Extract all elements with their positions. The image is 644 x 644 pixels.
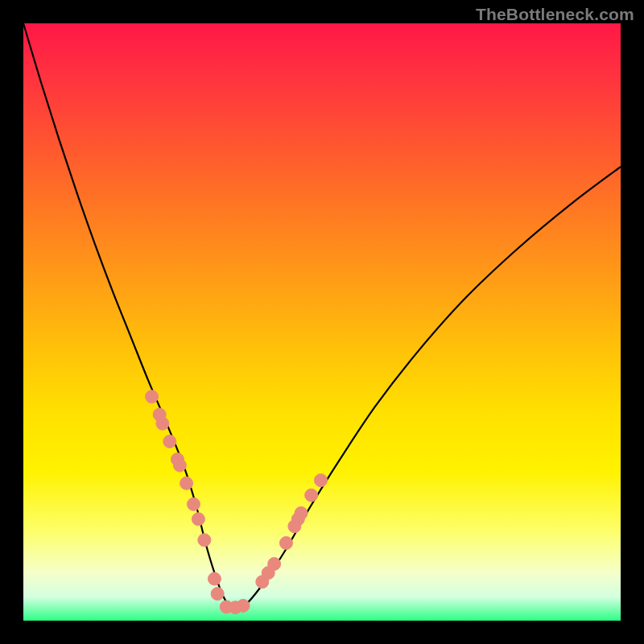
data-dot bbox=[187, 497, 200, 510]
plot-area bbox=[23, 23, 621, 621]
curve-svg bbox=[23, 23, 621, 621]
data-dot bbox=[208, 572, 221, 585]
watermark-text: TheBottleneck.com bbox=[476, 5, 634, 24]
data-dot bbox=[237, 599, 250, 612]
bottleneck-curve bbox=[23, 23, 621, 609]
data-dot bbox=[211, 588, 224, 601]
data-dot bbox=[156, 417, 169, 430]
data-dot bbox=[279, 537, 292, 550]
data-dot bbox=[173, 459, 186, 472]
data-dot bbox=[146, 390, 159, 403]
data-dot bbox=[305, 489, 318, 502]
data-dot bbox=[163, 435, 176, 448]
data-dot bbox=[198, 534, 211, 547]
data-dot bbox=[315, 474, 328, 487]
data-dot bbox=[268, 558, 281, 571]
data-dot bbox=[295, 506, 308, 519]
data-dot bbox=[180, 477, 193, 489]
data-dot bbox=[192, 513, 204, 526]
chart-canvas: TheBottleneck.com bbox=[0, 0, 644, 644]
data-dots bbox=[146, 390, 328, 614]
